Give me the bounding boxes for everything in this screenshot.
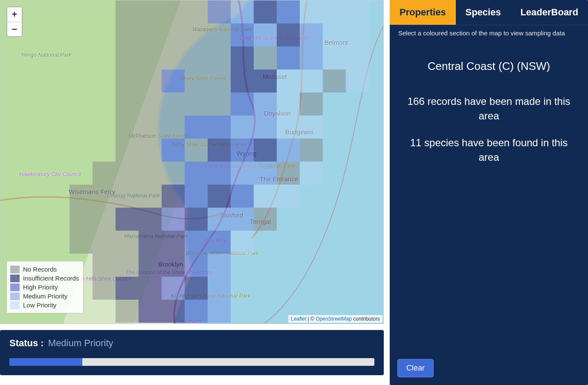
grid-cell[interactable] [116,162,139,185]
grid-cell[interactable] [162,162,185,185]
grid-cell[interactable] [116,277,139,300]
grid-cell[interactable] [116,139,139,162]
grid-cell[interactable] [162,116,185,139]
grid-cell[interactable] [116,300,139,323]
tab-properties[interactable]: Properties [390,0,456,25]
grid-cell[interactable] [139,0,162,23]
grid-cell[interactable] [231,162,254,185]
grid-cell[interactable] [185,162,208,185]
grid-cell[interactable] [139,139,162,162]
grid-cell[interactable] [70,185,93,208]
grid-cell[interactable] [116,116,139,139]
grid-cell[interactable] [254,162,277,185]
grid-cell[interactable] [208,254,231,277]
clear-button[interactable]: Clear [397,359,434,377]
grid-cell[interactable] [346,23,369,46]
grid-cell[interactable] [208,116,231,139]
grid-cell[interactable] [185,139,208,162]
grid-cell[interactable] [185,93,208,116]
grid-cell[interactable] [162,185,185,208]
grid-cell[interactable] [346,0,369,23]
grid-cell[interactable] [231,208,254,231]
grid-cell[interactable] [162,0,185,23]
grid-cell[interactable] [300,93,323,116]
grid-cell[interactable] [162,277,185,300]
grid-cell[interactable] [254,23,277,46]
grid-cell[interactable] [116,23,139,46]
grid-cell[interactable] [231,231,254,254]
tab-leaderboard[interactable]: LeaderBoard [511,0,588,25]
grid-cell[interactable] [93,162,116,185]
grid-cell[interactable] [208,46,231,69]
grid-cell[interactable] [139,46,162,69]
grid-cell[interactable] [300,0,323,23]
grid-cell[interactable] [231,139,254,162]
grid-cell[interactable] [277,116,300,139]
grid-cell[interactable] [208,162,231,185]
grid-cell[interactable] [162,300,185,323]
grid-cell[interactable] [231,116,254,139]
grid-cell[interactable] [323,46,346,69]
grid-cell[interactable] [185,208,208,231]
grid-cell[interactable] [116,69,139,93]
grid-cell[interactable] [254,93,277,116]
grid-cell[interactable] [116,93,139,116]
grid-cell[interactable] [185,69,208,93]
grid-cell[interactable] [231,23,254,46]
zoom-in-button[interactable]: + [7,7,22,22]
grid-cell[interactable] [254,185,277,208]
grid-cell[interactable] [162,208,185,231]
grid-cell[interactable] [162,93,185,116]
grid-cell[interactable] [70,231,93,254]
grid-cell[interactable] [70,208,93,231]
grid-cell[interactable] [231,93,254,116]
zoom-out-button[interactable]: − [7,22,22,36]
grid-cell[interactable] [277,185,300,208]
grid-cell[interactable] [277,46,300,69]
grid-cell[interactable] [300,139,323,162]
grid-cell[interactable] [231,46,254,69]
grid-cell[interactable] [93,185,116,208]
grid-cell[interactable] [254,208,277,231]
grid-cell[interactable] [277,139,300,162]
grid-cell[interactable] [254,0,277,23]
grid-cell[interactable] [254,139,277,162]
osm-link[interactable]: OpenStreetMap [316,316,352,322]
grid-cell[interactable] [208,300,231,323]
grid-cell[interactable] [254,116,277,139]
grid-cell[interactable] [162,69,185,93]
grid-cell[interactable] [139,254,162,277]
grid-cell[interactable] [277,23,300,46]
grid-cell[interactable] [93,277,116,300]
grid-cell[interactable] [208,93,231,116]
grid-cell[interactable] [300,46,323,69]
grid-cell[interactable] [208,69,231,93]
grid-cell[interactable] [208,231,231,254]
grid-cell[interactable] [139,277,162,300]
grid-cell[interactable] [300,116,323,139]
grid-cell[interactable] [346,46,369,69]
grid-cell[interactable] [231,185,254,208]
grid-cell[interactable] [300,162,323,185]
grid-cell[interactable] [323,0,346,23]
grid-cell[interactable] [208,277,231,300]
grid-cell[interactable] [162,23,185,46]
grid-cell[interactable] [185,0,208,23]
grid-cell[interactable] [231,0,254,23]
grid-cell[interactable] [93,231,116,254]
grid-cell[interactable] [162,254,185,277]
grid-cell[interactable] [277,69,300,93]
grid-cell[interactable] [208,185,231,208]
grid-cell[interactable] [277,162,300,185]
grid-cell[interactable] [185,300,208,323]
grid-cell[interactable] [93,254,116,277]
grid-cell[interactable] [139,231,162,254]
grid-cell[interactable] [323,23,346,46]
leaflet-link[interactable]: Leaflet [291,316,306,322]
grid-cell[interactable] [116,254,139,277]
grid-cell[interactable] [208,0,231,23]
grid-cell[interactable] [254,69,277,93]
grid-cell[interactable] [139,208,162,231]
grid-cell[interactable] [162,139,185,162]
grid-cell[interactable] [185,23,208,46]
